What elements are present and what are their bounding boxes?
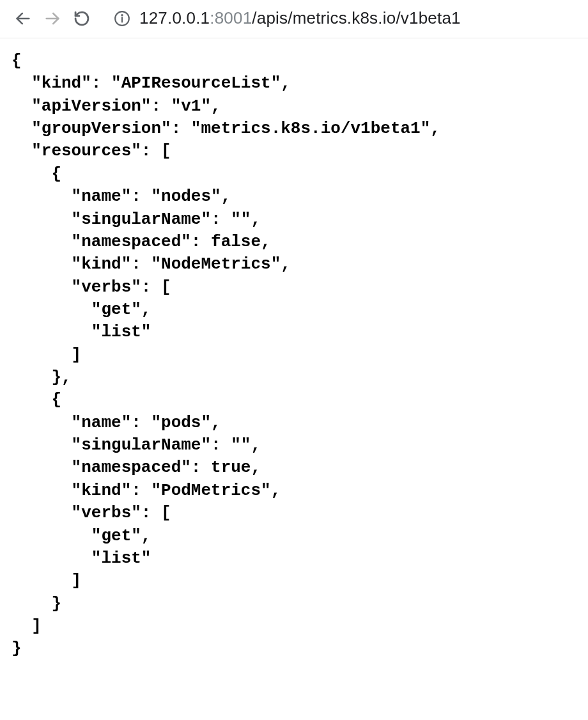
address-bar[interactable]: 127.0.0.1:8001/apis/metrics.k8s.io/v1bet… [114,8,576,28]
url-text: 127.0.0.1:8001/apis/metrics.k8s.io/v1bet… [139,8,461,28]
svg-point-4 [121,15,122,15]
url-path: /apis/metrics.k8s.io/v1beta1 [252,8,460,27]
reload-icon[interactable] [73,10,91,27]
browser-toolbar: 127.0.0.1:8001/apis/metrics.k8s.io/v1bet… [0,0,588,38]
forward-icon[interactable] [43,10,61,27]
site-info-icon[interactable] [114,10,130,27]
json-response-body: { "kind": "APIResourceList", "apiVersion… [0,38,588,676]
back-icon[interactable] [14,10,32,27]
url-port: :8001 [210,8,252,27]
url-host: 127.0.0.1 [139,8,210,27]
